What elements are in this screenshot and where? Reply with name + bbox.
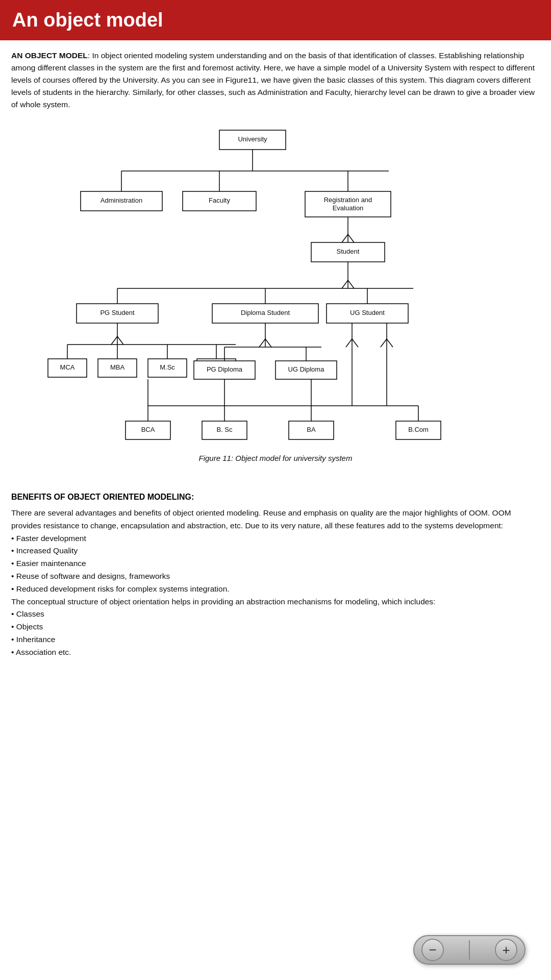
intro-paragraph: AN OBJECT MODEL: In object oriented mode… <box>11 50 540 111</box>
intro-text: : In object oriented modeling system und… <box>11 51 535 109</box>
fig-caption-svg: Figure 11: Object model for university s… <box>199 454 353 462</box>
label-administration: Administration <box>101 197 142 205</box>
label-msc: M.Sc <box>160 364 175 372</box>
label-mca: MCA <box>60 364 75 372</box>
label-ba: BA <box>307 426 316 434</box>
label-registration-1: Registration and <box>324 197 372 204</box>
zoom-divider <box>469 940 470 960</box>
page-header: An object model <box>0 0 551 40</box>
label-ug-diploma: UG Diploma <box>288 366 325 374</box>
label-bsc: B. Sc <box>216 426 233 434</box>
label-bcom: B.Com <box>408 426 429 434</box>
benefits-section: BENEFITS OF OBJECT ORIENTED MODELING: Th… <box>0 493 551 674</box>
label-faculty: Faculty <box>209 197 230 205</box>
label-mba: MBA <box>110 364 125 372</box>
benefits-body: There are several advantages and benefit… <box>11 507 540 659</box>
label-student: Student <box>337 248 360 256</box>
page-title: An object model <box>12 9 163 31</box>
object-model-diagram: University Administration Faculty Regist… <box>46 120 505 487</box>
label-bca: BCA <box>141 426 155 434</box>
intro-section: AN OBJECT MODEL: In object oriented mode… <box>0 40 551 111</box>
label-diploma-student: Diploma Student <box>241 309 290 317</box>
label-ug-student: UG Student <box>350 309 385 317</box>
label-pg-diploma: PG Diploma <box>207 366 243 374</box>
label-registration-2: Evaluation <box>333 205 364 212</box>
zoom-minus-button[interactable]: − <box>421 939 444 961</box>
diagram-container: University Administration Faculty Regist… <box>0 120 551 487</box>
label-pg-student: PG Student <box>100 309 135 317</box>
zoom-bar[interactable]: − + <box>413 935 525 965</box>
label-university: University <box>238 136 267 143</box>
benefits-title: BENEFITS OF OBJECT ORIENTED MODELING: <box>11 493 540 502</box>
zoom-plus-button[interactable]: + <box>495 939 517 961</box>
intro-bold: AN OBJECT MODEL <box>11 51 88 60</box>
